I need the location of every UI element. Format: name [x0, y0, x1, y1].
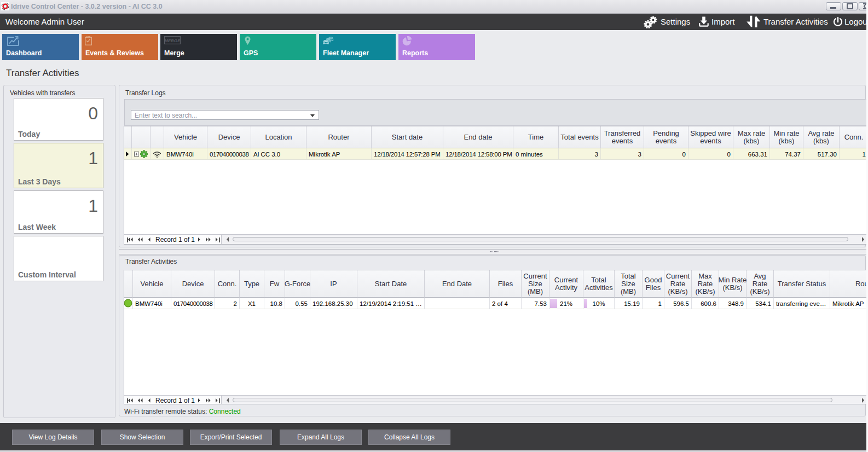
- svg-text:MERGE: MERGE: [164, 38, 181, 43]
